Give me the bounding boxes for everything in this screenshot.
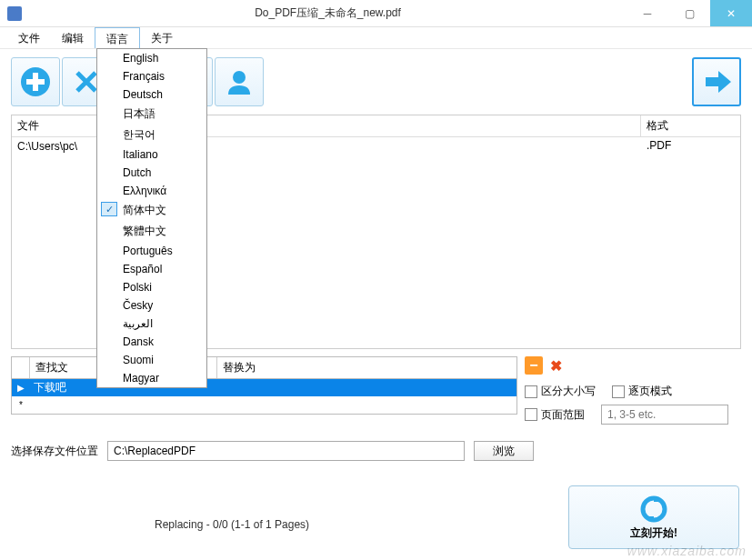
table-row[interactable]: ▶下载吧	[12, 379, 516, 396]
status-text: Replacing - 0/0 (1-1 of 1 Pages)	[155, 518, 309, 531]
language-option[interactable]: Česky	[97, 296, 206, 315]
case-sensitive-checkbox[interactable]: 区分大小写	[525, 384, 596, 399]
col-format[interactable]: 格式	[641, 115, 740, 136]
menu-about[interactable]: 关于	[140, 27, 184, 48]
add-button[interactable]	[11, 57, 60, 106]
find-replace-table: 查找文 替换为 ▶下载吧*	[11, 356, 517, 430]
language-option[interactable]: العربية	[97, 315, 206, 333]
language-option[interactable]: English	[97, 49, 206, 67]
language-option[interactable]: Français	[97, 67, 206, 85]
user-button[interactable]	[215, 57, 264, 106]
titlebar: Do_PDF压缩_未命名_new.pdf ─ ▢ ✕	[0, 0, 752, 27]
language-option[interactable]: Polski	[97, 278, 206, 296]
language-dropdown: EnglishFrançaisDeutsch日本語한국어ItalianoDutc…	[96, 48, 207, 388]
language-option[interactable]: Italiano	[97, 145, 206, 164]
clear-rows-button[interactable]: ✖	[546, 356, 565, 375]
col-marker	[12, 357, 30, 378]
language-option[interactable]: Ελληνικά	[97, 182, 206, 200]
col-replace[interactable]: 替换为	[217, 357, 516, 378]
svg-point-7	[233, 71, 246, 84]
svg-rect-2	[26, 79, 45, 85]
language-option[interactable]: 繁體中文	[97, 221, 206, 242]
language-option[interactable]: Español	[97, 260, 206, 278]
refresh-icon	[639, 495, 668, 524]
language-option[interactable]: Magyar	[97, 369, 206, 387]
window-title: Do_PDF压缩_未命名_new.pdf	[29, 5, 627, 21]
watermark: www.xiazaiba.com	[627, 544, 747, 558]
next-button[interactable]	[692, 57, 741, 106]
page-range-checkbox[interactable]: 页面范围	[525, 407, 585, 423]
language-option[interactable]: 日本語	[97, 104, 206, 125]
language-option[interactable]: 한국어	[97, 125, 206, 145]
menu-language[interactable]: 语言	[95, 27, 140, 48]
menubar: 文件 编辑 语言 关于	[0, 27, 752, 49]
save-location-label: 选择保存文件位置	[11, 444, 98, 459]
language-option[interactable]: Deutsch	[97, 85, 206, 104]
language-option[interactable]: Dutch	[97, 164, 206, 182]
file-format: .PDF	[641, 137, 677, 156]
page-mode-checkbox[interactable]: 逐页模式	[612, 384, 672, 399]
maximize-button[interactable]: ▢	[668, 0, 710, 26]
language-option[interactable]: Dansk	[97, 333, 206, 351]
close-button[interactable]: ✕	[710, 0, 752, 26]
language-option[interactable]: Suomi	[97, 351, 206, 369]
browse-button[interactable]: 浏览	[474, 441, 534, 461]
user-icon	[223, 65, 256, 98]
page-range-input[interactable]	[601, 405, 728, 425]
table-row[interactable]: *	[12, 396, 516, 414]
minimize-button[interactable]: ─	[627, 0, 668, 26]
language-option[interactable]: ✓简体中文	[97, 200, 206, 221]
menu-edit[interactable]: 编辑	[51, 27, 95, 48]
menu-file[interactable]: 文件	[7, 27, 51, 48]
language-option[interactable]: Português	[97, 242, 206, 260]
plus-icon	[19, 65, 52, 98]
arrow-right-icon	[700, 65, 733, 98]
app-icon	[7, 6, 22, 21]
remove-row-button[interactable]: −	[525, 356, 543, 375]
save-path-input[interactable]	[107, 441, 465, 461]
start-button[interactable]: 立刻开始!	[568, 485, 739, 549]
